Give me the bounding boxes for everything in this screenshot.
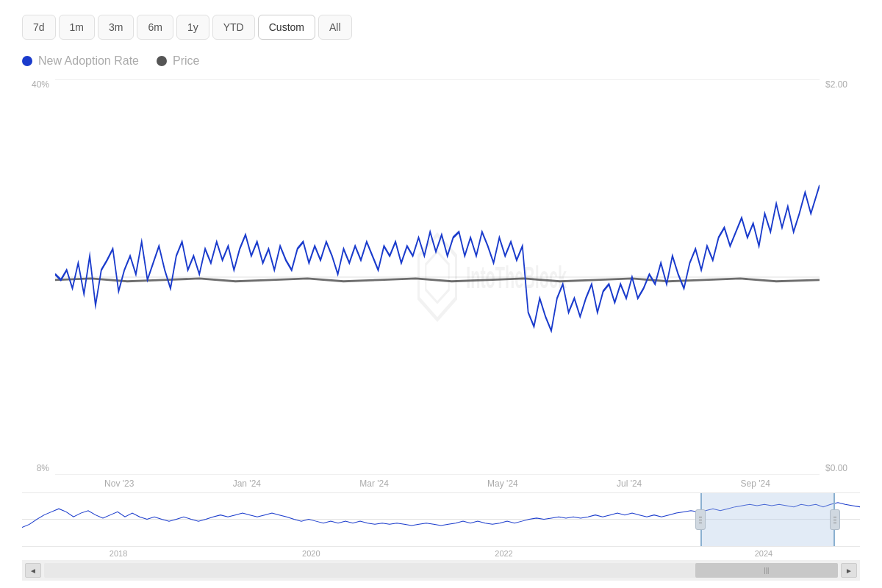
nav-selected-region [700,493,834,546]
nav-x-label-0: 2018 [110,549,127,558]
chart-area: 40% 8% IntoTheBlock [22,79,860,581]
btn-all[interactable]: All [318,15,352,40]
legend-dot-adoption [22,56,32,66]
legend-label-adoption: New Adoption Rate [38,54,139,68]
navigator-wrapper[interactable] [22,492,860,547]
nav-x-label-1: 2020 [302,549,320,558]
y-left-bottom: 8% [37,463,49,473]
x-label-0: Nov '23 [104,478,134,489]
scroll-track[interactable]: ||| [44,563,838,578]
legend-label-price: Price [173,54,199,68]
legend-dot-price [157,56,167,66]
x-label-5: Sep '24 [741,478,770,489]
nav-x-label-3: 2024 [755,549,772,558]
btn-6m[interactable]: 6m [137,15,173,40]
scroll-right-btn[interactable]: ► [841,563,857,578]
y-right-bottom: $0.00 [825,463,847,473]
scroll-thumb[interactable]: ||| [695,563,838,578]
chart-legend: New Adoption Rate Price [22,54,860,68]
y-axis-right: $2.00 $0.00 [820,79,860,475]
x-axis: Nov '23 Jan '24 Mar '24 May '24 Jul '24 … [22,475,820,492]
navigator-section: 2018 2020 2022 2024 ◄ ||| ► [22,492,860,581]
nav-x-label-2: 2022 [495,549,512,558]
btn-1y[interactable]: 1y [176,15,209,40]
btn-1m[interactable]: 1m [59,15,95,40]
time-range-bar: 7d 1m 3m 6m 1y YTD Custom All [22,15,860,40]
main-chart-wrapper: 40% 8% IntoTheBlock [22,79,860,475]
y-right-top: $2.00 [825,79,847,90]
btn-3m[interactable]: 3m [98,15,134,40]
legend-item-price[interactable]: Price [157,54,199,68]
btn-7d[interactable]: 7d [22,15,56,40]
main-chart-svg[interactable]: IntoTheBlock [55,79,820,475]
scroll-left-btn[interactable]: ◄ [25,563,41,578]
x-label-1: Jan '24 [233,478,261,489]
btn-custom[interactable]: Custom [258,15,315,40]
x-label-4: Jul '24 [617,478,642,489]
nav-handle-right[interactable] [830,509,840,530]
btn-ytd[interactable]: YTD [212,15,255,40]
legend-item-adoption[interactable]: New Adoption Rate [22,54,139,68]
y-axis-left: 40% 8% [22,79,55,475]
x-label-2: Mar '24 [359,478,389,489]
y-left-top: 40% [32,79,49,90]
navigator-x-axis: 2018 2020 2022 2024 [22,547,860,560]
scrollbar: ◄ ||| ► [22,560,860,581]
nav-handle-left[interactable] [695,509,706,530]
x-label-3: May '24 [487,478,518,489]
